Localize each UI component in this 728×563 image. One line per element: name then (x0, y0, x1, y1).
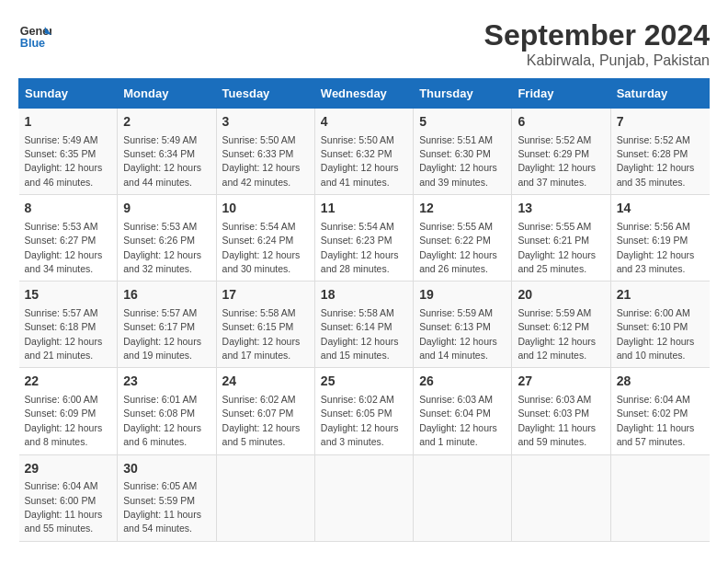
daylight-info: Daylight: 12 hours and 32 minutes. (123, 249, 201, 274)
sunset-info: Sunset: 6:32 PM (321, 148, 392, 159)
sunrise-info: Sunrise: 6:00 AM (25, 394, 98, 405)
sunrise-info: Sunrise: 5:56 AM (617, 221, 690, 232)
day-number: 10 (222, 200, 309, 218)
daylight-info: Daylight: 12 hours and 6 minutes. (123, 422, 201, 447)
sunrise-info: Sunrise: 5:52 AM (617, 134, 690, 145)
sunrise-info: Sunrise: 5:49 AM (123, 134, 197, 145)
day-number: 19 (419, 286, 506, 304)
sunrise-info: Sunrise: 5:51 AM (419, 134, 493, 145)
daylight-info: Daylight: 12 hours and 34 minutes. (25, 249, 103, 274)
sunrise-info: Sunrise: 5:57 AM (123, 307, 197, 318)
sunrise-info: Sunrise: 5:50 AM (321, 134, 394, 145)
location: Kabirwala, Punjab, Pakistan (484, 52, 710, 69)
day-number: 1 (25, 113, 112, 132)
calendar-header: Sunday Monday Tuesday Wednesday Thursday… (19, 79, 710, 109)
calendar-cell: 10 Sunrise: 5:54 AM Sunset: 6:24 PM Dayl… (216, 195, 314, 282)
daylight-info: Daylight: 12 hours and 28 minutes. (321, 249, 399, 274)
calendar-week-4: 22 Sunrise: 6:00 AM Sunset: 6:09 PM Dayl… (19, 368, 710, 454)
calendar-cell: 2 Sunrise: 5:49 AM Sunset: 6:34 PM Dayli… (118, 109, 216, 195)
calendar-week-1: 1 Sunrise: 5:49 AM Sunset: 6:35 PM Dayli… (19, 109, 710, 195)
sunrise-info: Sunrise: 5:53 AM (25, 221, 98, 232)
day-number: 28 (617, 373, 704, 391)
sunset-info: Sunset: 6:08 PM (123, 408, 195, 419)
calendar-body: 1 Sunrise: 5:49 AM Sunset: 6:35 PM Dayli… (19, 109, 710, 542)
calendar-cell: 18 Sunrise: 5:58 AM Sunset: 6:14 PM Dayl… (314, 282, 413, 368)
day-number: 22 (25, 373, 112, 391)
day-number: 25 (321, 373, 407, 391)
sunset-info: Sunset: 6:04 PM (419, 408, 491, 419)
daylight-info: Daylight: 12 hours and 39 minutes. (419, 162, 497, 187)
day-number: 7 (617, 113, 704, 132)
month-title: September 2024 (484, 18, 710, 52)
daylight-info: Daylight: 12 hours and 35 minutes. (617, 162, 695, 187)
header-thursday: Thursday (414, 79, 512, 109)
day-number: 2 (123, 113, 210, 132)
sunset-info: Sunset: 6:12 PM (518, 321, 589, 332)
day-number: 13 (518, 200, 604, 218)
sunset-info: Sunset: 6:23 PM (321, 235, 392, 246)
sunset-info: Sunset: 6:09 PM (25, 408, 97, 419)
day-number: 17 (222, 286, 309, 304)
calendar-cell: 4 Sunrise: 5:50 AM Sunset: 6:32 PM Dayli… (314, 109, 413, 195)
day-number: 27 (518, 373, 604, 391)
calendar-cell: 27 Sunrise: 6:03 AM Sunset: 6:03 PM Dayl… (512, 368, 610, 454)
calendar-cell: 8 Sunrise: 5:53 AM Sunset: 6:27 PM Dayli… (19, 195, 118, 282)
sunset-info: Sunset: 6:14 PM (321, 321, 392, 332)
daylight-info: Daylight: 12 hours and 1 minute. (419, 422, 497, 447)
calendar-cell: 1 Sunrise: 5:49 AM Sunset: 6:35 PM Dayli… (19, 109, 118, 195)
sunrise-info: Sunrise: 6:03 AM (518, 394, 591, 405)
daylight-info: Daylight: 12 hours and 14 minutes. (419, 336, 497, 361)
day-number: 30 (123, 460, 210, 478)
daylight-info: Daylight: 12 hours and 44 minutes. (123, 162, 201, 187)
sunset-info: Sunset: 5:59 PM (123, 495, 195, 506)
calendar-week-2: 8 Sunrise: 5:53 AM Sunset: 6:27 PM Dayli… (19, 195, 710, 282)
calendar-cell: 16 Sunrise: 5:57 AM Sunset: 6:17 PM Dayl… (118, 282, 216, 368)
daylight-info: Daylight: 11 hours and 59 minutes. (518, 422, 596, 447)
calendar-cell: 15 Sunrise: 5:57 AM Sunset: 6:18 PM Dayl… (19, 282, 118, 368)
header-friday: Friday (512, 79, 610, 109)
header-row: Sunday Monday Tuesday Wednesday Thursday… (19, 79, 710, 109)
sunrise-info: Sunrise: 6:02 AM (321, 394, 394, 405)
daylight-info: Daylight: 11 hours and 54 minutes. (123, 509, 201, 534)
calendar-cell: 13 Sunrise: 5:55 AM Sunset: 6:21 PM Dayl… (512, 195, 610, 282)
day-number: 16 (123, 286, 210, 304)
day-number: 15 (25, 286, 112, 304)
sunrise-info: Sunrise: 6:00 AM (617, 307, 690, 318)
sunset-info: Sunset: 6:28 PM (617, 148, 688, 159)
header-sunday: Sunday (19, 79, 118, 109)
calendar-cell: 3 Sunrise: 5:50 AM Sunset: 6:33 PM Dayli… (216, 109, 314, 195)
sunset-info: Sunset: 6:29 PM (518, 148, 589, 159)
calendar-cell: 20 Sunrise: 5:59 AM Sunset: 6:12 PM Dayl… (512, 282, 610, 368)
header-wednesday: Wednesday (314, 79, 413, 109)
sunrise-info: Sunrise: 5:58 AM (222, 307, 296, 318)
sunrise-info: Sunrise: 5:59 AM (518, 307, 591, 318)
daylight-info: Daylight: 12 hours and 21 minutes. (25, 336, 103, 361)
calendar-cell: 26 Sunrise: 6:03 AM Sunset: 6:04 PM Dayl… (414, 368, 512, 454)
daylight-info: Daylight: 12 hours and 41 minutes. (321, 162, 399, 187)
daylight-info: Daylight: 12 hours and 3 minutes. (321, 422, 399, 447)
daylight-info: Daylight: 12 hours and 25 minutes. (518, 249, 596, 274)
sunrise-info: Sunrise: 5:50 AM (222, 134, 296, 145)
day-number: 23 (123, 373, 210, 391)
day-number: 20 (518, 286, 604, 304)
day-number: 21 (617, 286, 704, 304)
day-number: 8 (25, 200, 112, 218)
daylight-info: Daylight: 12 hours and 10 minutes. (617, 336, 695, 361)
sunrise-info: Sunrise: 5:57 AM (25, 307, 98, 318)
calendar-cell: 5 Sunrise: 5:51 AM Sunset: 6:30 PM Dayli… (414, 109, 512, 195)
calendar-cell: 25 Sunrise: 6:02 AM Sunset: 6:05 PM Dayl… (314, 368, 413, 454)
daylight-info: Daylight: 11 hours and 55 minutes. (25, 509, 103, 534)
calendar-cell: 30 Sunrise: 6:05 AM Sunset: 5:59 PM Dayl… (118, 454, 216, 541)
header-tuesday: Tuesday (216, 79, 314, 109)
calendar-cell: 22 Sunrise: 6:00 AM Sunset: 6:09 PM Dayl… (19, 368, 118, 454)
calendar-cell (512, 454, 610, 541)
sunset-info: Sunset: 6:26 PM (123, 235, 195, 246)
calendar-cell (216, 454, 314, 541)
sunrise-info: Sunrise: 5:49 AM (25, 134, 98, 145)
sunset-info: Sunset: 6:15 PM (222, 321, 294, 332)
sunset-info: Sunset: 6:00 PM (25, 495, 97, 506)
sunset-info: Sunset: 6:22 PM (419, 235, 491, 246)
sunset-info: Sunset: 6:03 PM (518, 408, 589, 419)
day-number: 26 (419, 373, 506, 391)
sunrise-info: Sunrise: 6:05 AM (123, 480, 197, 491)
